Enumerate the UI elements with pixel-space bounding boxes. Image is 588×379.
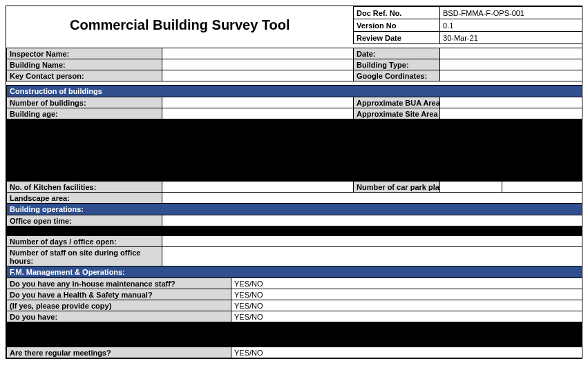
version-label: Version No [354, 19, 440, 32]
survey-form: Commercial Building Survey Tool Doc Ref.… [6, 6, 582, 359]
num-buildings-field[interactable] [162, 97, 354, 108]
doc-ref-label: Doc Ref. No. [354, 7, 440, 19]
building-type-field[interactable] [440, 59, 582, 70]
landscape-field[interactable] [162, 193, 582, 204]
review-date-label: Review Date [354, 32, 440, 44]
days-open-label: Number of days / office open: [7, 236, 162, 247]
building-age-field[interactable] [162, 108, 354, 119]
bua-area-label: Approximate BUA Area [354, 97, 440, 108]
num-buildings-label: Number of buildings: [7, 97, 162, 108]
building-name-field[interactable] [162, 59, 354, 70]
fm-q5-label: Are there regular meetings? [7, 347, 231, 358]
fm-q5-field[interactable]: YES/NO [231, 347, 582, 358]
kitchen-field[interactable] [162, 182, 354, 193]
date-label: Date: [354, 48, 440, 59]
inspector-name-label: Inspector Name: [7, 48, 162, 59]
staff-count-label: Number of staff on site during office ho… [7, 247, 162, 266]
fm-q4-field[interactable]: YES/NO [231, 311, 582, 322]
inspector-name-field[interactable] [162, 48, 354, 59]
black-block [7, 322, 582, 347]
date-field[interactable] [440, 48, 582, 59]
fm-q4-label: Do you have: [7, 311, 231, 322]
carpark-field[interactable] [440, 182, 502, 193]
days-open-field[interactable] [162, 236, 582, 247]
open-time-label: Office open time: [7, 215, 162, 226]
site-area-label: Approximate Site Area [354, 108, 440, 119]
version-value: 0.1 [440, 19, 582, 32]
fm-q3-label: (If yes, please provide copy) [7, 300, 231, 311]
review-date-value: 30-Mar-21 [440, 32, 582, 44]
building-type-label: Building Type: [354, 59, 440, 70]
staff-count-field[interactable] [162, 247, 582, 266]
doc-ref-value: BSD-FMMA-F-OPS-001 [440, 7, 582, 19]
landscape-label: Landscape area: [7, 193, 162, 204]
black-block [7, 119, 582, 182]
black-block [7, 226, 582, 236]
site-area-field[interactable] [440, 108, 582, 119]
page-title: Commercial Building Survey Tool [7, 7, 354, 44]
key-contact-field[interactable] [162, 70, 354, 81]
fm-q2-field[interactable]: YES/NO [231, 289, 582, 300]
open-time-field[interactable] [162, 215, 582, 226]
section-fm: F.M. Management & Operations: [7, 266, 582, 278]
fm-q2-label: Do you have a Health & Safety manual? [7, 289, 231, 300]
key-contact-label: Key Contact person: [7, 70, 162, 81]
carpark-label: Number of car park places: [354, 182, 440, 193]
building-name-label: Building Name: [7, 59, 162, 70]
kitchen-label: No. of Kitchen facilities: [7, 182, 162, 193]
section-operations: Building operations: [7, 204, 582, 215]
google-coords-label: Google Cordinates: [354, 70, 440, 81]
bua-area-field[interactable] [440, 97, 582, 108]
fm-q3-field[interactable]: YES/NO [231, 300, 582, 311]
building-age-label: Building age: [7, 108, 162, 119]
section-construction: Construction of buildings [7, 86, 582, 97]
carpark-field-extra[interactable] [502, 182, 582, 193]
fm-q1-field[interactable]: YES/NO [231, 278, 582, 289]
fm-q1-label: Do you have any in-house maintenance sta… [7, 278, 231, 289]
google-coords-field[interactable] [440, 70, 582, 81]
